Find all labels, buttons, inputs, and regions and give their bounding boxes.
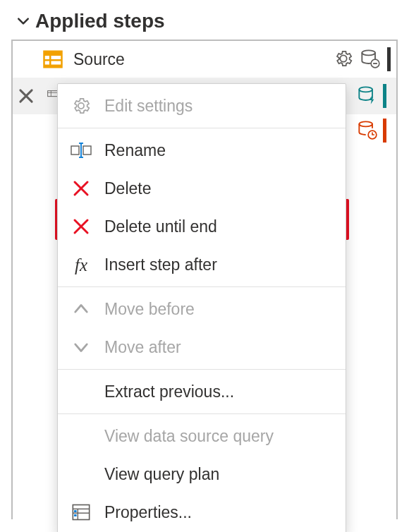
fx-icon: fx bbox=[71, 254, 92, 275]
menu-divider bbox=[58, 413, 346, 414]
menu-label: Extract previous... bbox=[104, 382, 234, 401]
properties-icon bbox=[71, 502, 92, 523]
menu-divider bbox=[58, 369, 346, 370]
svg-rect-15 bbox=[83, 146, 91, 155]
menu-label: Move after bbox=[104, 338, 181, 357]
chevron-up-icon bbox=[71, 298, 92, 320]
menu-delete-until-end[interactable]: Delete until end bbox=[58, 207, 346, 246]
delete-x-icon bbox=[71, 178, 92, 199]
svg-point-12 bbox=[359, 121, 372, 126]
menu-rename[interactable]: Rename bbox=[58, 131, 346, 169]
menu-delete[interactable]: Delete bbox=[58, 169, 346, 207]
menu-view-data-source-query: View data source query bbox=[58, 417, 346, 455]
blank-icon bbox=[71, 381, 92, 402]
status-bar-icon bbox=[387, 47, 391, 71]
svg-rect-2 bbox=[51, 56, 61, 59]
svg-rect-14 bbox=[71, 146, 79, 155]
context-menu: Edit settings Rename Delete Delete until… bbox=[57, 83, 346, 532]
svg-point-5 bbox=[362, 50, 375, 55]
menu-label: Insert step after bbox=[104, 255, 217, 274]
menu-label: Rename bbox=[104, 141, 166, 160]
menu-divider bbox=[58, 286, 346, 287]
gear-icon[interactable] bbox=[334, 49, 355, 70]
panel-header[interactable]: Applied steps bbox=[7, 6, 402, 40]
menu-extract-previous[interactable]: Extract previous... bbox=[58, 373, 346, 411]
menu-label: Edit settings bbox=[104, 97, 193, 116]
delete-x-icon bbox=[71, 216, 92, 237]
menu-edit-settings: Edit settings bbox=[58, 87, 346, 125]
chevron-down-icon bbox=[17, 15, 30, 28]
menu-move-after: Move after bbox=[58, 328, 346, 366]
database-clock-icon[interactable] bbox=[358, 120, 379, 141]
table-icon bbox=[42, 49, 63, 70]
menu-label: Delete bbox=[104, 179, 151, 198]
svg-rect-23 bbox=[74, 510, 77, 512]
menu-label: Delete until end bbox=[104, 217, 217, 236]
gear-icon bbox=[71, 95, 92, 116]
menu-insert-step-after[interactable]: fx Insert step after bbox=[58, 246, 346, 284]
menu-label: Properties... bbox=[104, 503, 192, 522]
svg-point-11 bbox=[359, 87, 372, 92]
step-row-source[interactable]: Source bbox=[13, 41, 396, 78]
menu-move-before: Move before bbox=[58, 290, 346, 328]
svg-rect-24 bbox=[74, 514, 77, 516]
close-icon[interactable] bbox=[17, 87, 35, 105]
svg-rect-4 bbox=[51, 61, 61, 65]
menu-properties[interactable]: Properties... bbox=[58, 493, 346, 531]
blank-icon bbox=[71, 425, 92, 447]
status-bar-icon bbox=[383, 119, 386, 143]
database-bolt-icon[interactable] bbox=[358, 85, 379, 107]
svg-rect-3 bbox=[45, 61, 49, 65]
menu-label: View data source query bbox=[104, 427, 274, 446]
status-bar-icon bbox=[383, 84, 386, 108]
menu-label: Move before bbox=[104, 300, 195, 319]
database-minus-icon[interactable] bbox=[360, 49, 381, 70]
panel-title: Applied steps bbox=[35, 10, 165, 32]
menu-label: View query plan bbox=[104, 465, 219, 484]
menu-divider bbox=[58, 128, 346, 128]
svg-rect-1 bbox=[45, 56, 49, 59]
rename-icon bbox=[71, 140, 92, 161]
menu-view-query-plan[interactable]: View query plan bbox=[58, 455, 346, 493]
blank-icon bbox=[71, 464, 92, 485]
chevron-down-icon bbox=[71, 337, 92, 358]
